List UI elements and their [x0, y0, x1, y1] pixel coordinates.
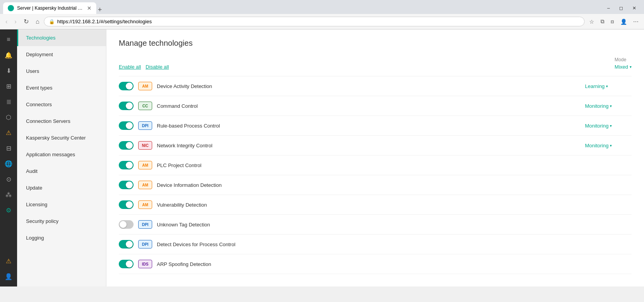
sidebar-item-update[interactable]: Update — [17, 179, 106, 196]
table-icon[interactable]: ⊟ — [2, 141, 16, 155]
toggle-plc-project[interactable] — [119, 161, 134, 169]
menu-button[interactable]: ⋯ — [631, 17, 641, 26]
toggle-unknown-tag[interactable] — [119, 220, 134, 229]
tech-name-device-activity: Device Activity Detection — [157, 83, 580, 89]
toggle-detect-devices[interactable] — [119, 240, 134, 249]
badge-vulnerability: AM — [138, 200, 152, 209]
toggle-device-activity[interactable] — [119, 82, 134, 90]
toggle-knob — [120, 221, 127, 228]
lock-icon: 🔒 — [49, 19, 55, 24]
globe-icon[interactable]: 🌐 — [2, 157, 16, 171]
badge-device-information: AM — [138, 181, 152, 189]
main-content: Manage technologies Enable all Disable a… — [106, 29, 644, 286]
toggle-knob — [126, 83, 133, 90]
badge-plc-project: AM — [138, 161, 152, 169]
notifications-icon[interactable]: 🔔 — [2, 48, 16, 62]
badge-command-control: CC — [138, 102, 152, 110]
sidebar-item-security-policy[interactable]: Security policy — [17, 213, 106, 230]
close-button[interactable]: ✕ — [628, 2, 641, 14]
enable-disable-section: Enable all Disable all — [119, 64, 169, 70]
mode-chevron-icon: ▾ — [610, 143, 612, 148]
sidebar-item-connectors[interactable]: Connectors — [17, 96, 106, 113]
mode-network-integrity[interactable]: Monitoring ▾ — [585, 143, 632, 148]
address-bar[interactable]: 🔒 https://192.168.2.1/#/settings/technol… — [44, 17, 585, 26]
toggle-arp-spoofing[interactable] — [119, 260, 134, 268]
forward-button[interactable]: › — [12, 17, 19, 27]
sidebar-item-users[interactable]: Users — [17, 63, 106, 79]
badge-unknown-tag: DPI — [138, 220, 152, 229]
sidebar-item-licensing[interactable]: Licensing — [17, 196, 106, 213]
back-button[interactable]: ‹ — [3, 17, 10, 27]
home-button[interactable]: ⌂ — [33, 17, 42, 27]
badge-device-activity: AM — [138, 82, 152, 90]
toggle-network-integrity[interactable] — [119, 141, 134, 150]
tech-row-device-activity: AMDevice Activity DetectionLearning ▾ — [119, 76, 632, 96]
sidebar: TechnologiesDeploymentUsersEvent typesCo… — [17, 29, 106, 286]
sidebar-item-event-types[interactable]: Event types — [17, 79, 106, 96]
tech-row-unknown-tag: DPIUnknown Tag Detection — [119, 215, 632, 235]
mode-section: Mode Mixed ▾ — [614, 57, 632, 70]
new-tab-button[interactable]: + — [98, 6, 102, 14]
tab-title: Server | Kaspersky Industrial Cyb — [17, 5, 84, 11]
dashboard-icon[interactable]: ⊞ — [2, 79, 16, 93]
icon-nav: ≡🔔⬇⊞≣⬡⚠⊟🌐⊙⁂⚙⚠👤 — [0, 29, 17, 286]
toggle-knob — [126, 162, 133, 169]
mode-dropdown[interactable]: Mixed ▾ — [614, 64, 632, 70]
mode-device-activity[interactable]: Learning ▾ — [585, 83, 632, 89]
menu-icon[interactable]: ≡ — [2, 33, 16, 47]
extensions-button[interactable]: ⧈ — [608, 17, 616, 26]
url-display: https://192.168.2.1/#/settings/technolog… — [57, 19, 580, 24]
tab-close-button[interactable]: ✕ — [87, 5, 92, 11]
tech-row-command-control: CCCommand ControlMonitoring ▾ — [119, 96, 632, 116]
toggle-knob — [126, 261, 133, 267]
download-icon[interactable]: ⬇ — [2, 64, 16, 78]
toggle-command-control[interactable] — [119, 102, 134, 110]
reload-button[interactable]: ↻ — [21, 16, 31, 27]
alert-triangle-icon[interactable]: ⚠ — [2, 126, 16, 140]
badge-network-integrity: NIC — [138, 141, 152, 150]
warning-icon[interactable]: ⚠ — [2, 254, 16, 268]
sidebar-item-connection-servers[interactable]: Connection Servers — [17, 113, 106, 129]
tech-name-detect-devices: Detect Devices for Process Control — [157, 242, 632, 247]
tech-name-plc-project: PLC Project Control — [157, 162, 632, 168]
mode-chevron-icon: ▾ — [606, 84, 608, 88]
toggle-knob — [126, 122, 133, 129]
connectors-icon[interactable]: ⬡ — [2, 110, 16, 124]
tech-name-unknown-tag: Unknown Tag Detection — [157, 222, 632, 228]
mode-command-control[interactable]: Monitoring ▾ — [585, 103, 632, 109]
gear-icon[interactable]: ⚙ — [2, 203, 16, 217]
mode-value: Mixed — [614, 64, 628, 70]
collections-button[interactable]: ⧉ — [598, 17, 607, 26]
badge-arp-spoofing: IDS — [138, 260, 152, 268]
tech-row-rule-based-process: DPIRule-based Process ControlMonitoring … — [119, 116, 632, 136]
mode-rule-based-process[interactable]: Monitoring ▾ — [585, 123, 632, 129]
star-button[interactable]: ☆ — [587, 17, 597, 26]
tech-row-network-integrity: NICNetwork Integrity ControlMonitoring ▾ — [119, 136, 632, 155]
technology-list: AMDevice Activity DetectionLearning ▾CCC… — [119, 76, 632, 274]
maximize-button[interactable]: ◻ — [614, 2, 628, 14]
enable-all-button[interactable]: Enable all — [119, 64, 141, 70]
toggle-device-information[interactable] — [119, 181, 134, 189]
tech-row-detect-devices: DPIDetect Devices for Process Control — [119, 235, 632, 254]
sidebar-item-deployment[interactable]: Deployment — [17, 46, 106, 63]
sidebar-item-logging[interactable]: Logging — [17, 230, 106, 246]
sidebar-item-technologies[interactable]: Technologies — [17, 29, 106, 46]
sidebar-item-kaspersky-security-center[interactable]: Kaspersky Security Center — [17, 129, 106, 146]
minimize-button[interactable]: – — [602, 2, 614, 14]
profile-button[interactable]: 👤 — [618, 17, 629, 26]
toggle-vulnerability[interactable] — [119, 200, 134, 209]
tech-row-device-information: AMDevice Information Detection — [119, 175, 632, 195]
list-icon[interactable]: ≣ — [2, 95, 16, 109]
toggle-rule-based-process[interactable] — [119, 121, 134, 130]
top-controls: Enable all Disable all Mode Mixed ▾ — [119, 57, 632, 76]
nodes-icon[interactable]: ⁂ — [2, 188, 16, 202]
disable-all-button[interactable]: Disable all — [146, 64, 169, 70]
sidebar-item-application-messages[interactable]: Application messages — [17, 146, 106, 163]
page-title: Manage technologies — [119, 39, 632, 48]
tab-favicon — [8, 5, 14, 11]
browser-tab[interactable]: Server | Kaspersky Industrial Cyb ✕ — [3, 2, 96, 14]
user-icon[interactable]: 👤 — [2, 269, 16, 283]
settings-circle-icon[interactable]: ⊙ — [2, 172, 16, 186]
sidebar-item-audit[interactable]: Audit — [17, 163, 106, 179]
tech-name-vulnerability: Vulnerability Detection — [157, 202, 632, 208]
